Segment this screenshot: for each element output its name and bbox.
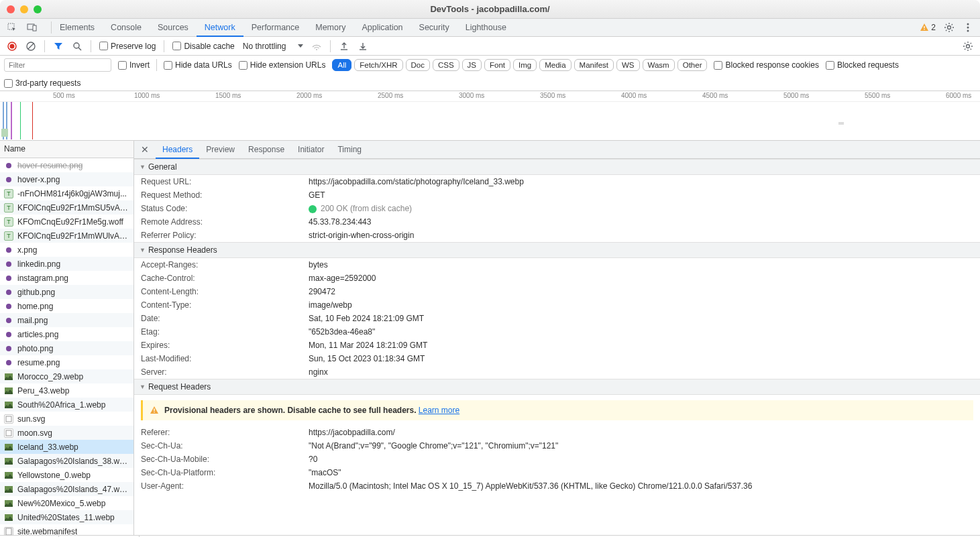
- section-header[interactable]: ▼ Request Headers: [134, 379, 980, 395]
- settings-gear-icon[interactable]: [944, 22, 955, 33]
- request-row[interactable]: TKFOmCnqEu92Fr1Me5g.woff: [0, 215, 133, 229]
- record-button[interactable]: [7, 41, 17, 52]
- filter-type-js[interactable]: JS: [462, 59, 482, 71]
- request-list-panel: Name hover-resume.pnghover-x.pngT-nFnOHM…: [0, 141, 134, 535]
- request-name: photo.png: [17, 344, 53, 353]
- blocked-requests-checkbox[interactable]: Blocked requests: [826, 60, 899, 70]
- request-row[interactable]: Yellowstone_0.webp: [0, 468, 133, 482]
- request-row[interactable]: home.png: [0, 299, 133, 313]
- third-party-checkbox[interactable]: 3rd-party requests: [4, 78, 80, 88]
- close-window-button[interactable]: [7, 5, 15, 13]
- tab-security[interactable]: Security: [411, 19, 457, 37]
- section-header[interactable]: ▼ Response Headers: [134, 242, 980, 258]
- filter-type-other[interactable]: Other: [677, 59, 708, 71]
- request-row[interactable]: Galapagos%20Islands_47.we...: [0, 482, 133, 496]
- throttling-select[interactable]: No throttling: [243, 42, 304, 51]
- timeline-tick: 5000 ms: [783, 92, 812, 99]
- blocked-cookies-checkbox[interactable]: Blocked response cookies: [714, 60, 818, 70]
- request-row[interactable]: resume.png: [0, 355, 133, 369]
- request-name: -nFnOHM81r4j6k0gjAW3muj...: [17, 189, 127, 198]
- request-row[interactable]: New%20Mexico_5.webp: [0, 496, 133, 510]
- close-detail-icon[interactable]: ✕: [138, 144, 152, 155]
- request-row[interactable]: linkedin.png: [0, 257, 133, 271]
- svg-rect-43: [154, 412, 154, 412]
- request-row[interactable]: Morocco_29.webp: [0, 369, 133, 383]
- filter-type-manifest[interactable]: Manifest: [574, 59, 614, 71]
- request-row[interactable]: photo.png: [0, 341, 133, 355]
- filter-type-ws[interactable]: WS: [616, 59, 640, 71]
- name-column-header[interactable]: Name: [0, 141, 133, 158]
- preserve-log-checkbox[interactable]: Preserve log: [99, 42, 156, 51]
- hide-extension-urls-checkbox[interactable]: Hide extension URLs: [239, 60, 326, 70]
- svg-point-13: [74, 43, 79, 48]
- request-row[interactable]: Iceland_33.webp: [0, 440, 133, 454]
- detail-tab-timing[interactable]: Timing: [331, 141, 368, 159]
- request-row[interactable]: hover-resume.png: [0, 158, 133, 172]
- clear-button[interactable]: [25, 41, 36, 52]
- detail-tab-initiator[interactable]: Initiator: [291, 141, 331, 159]
- learn-more-link[interactable]: Learn more: [419, 406, 459, 415]
- request-row[interactable]: United%20States_11.webp: [0, 510, 133, 524]
- filter-type-doc[interactable]: Doc: [406, 59, 430, 71]
- detail-tab-preview[interactable]: Preview: [199, 141, 241, 159]
- request-row[interactable]: Galapagos%20Islands_38.we...: [0, 454, 133, 468]
- header-value: Sat, 10 Feb 2024 18:21:09 GMT: [309, 314, 973, 323]
- request-row[interactable]: T-nFnOHM81r4j6k0gjAW3muj...: [0, 186, 133, 200]
- minimize-window-button[interactable]: [20, 5, 28, 13]
- tab-lighthouse[interactable]: Lighthouse: [457, 19, 514, 37]
- more-menu-icon[interactable]: [963, 22, 973, 33]
- filter-type-fetchxhr[interactable]: Fetch/XHR: [354, 59, 402, 71]
- request-row[interactable]: Peru_43.webp: [0, 383, 133, 398]
- export-har-icon[interactable]: [358, 41, 368, 52]
- request-row[interactable]: sun.svg: [0, 412, 133, 426]
- file-type-icon: [4, 161, 13, 170]
- search-icon[interactable]: [72, 41, 83, 52]
- warnings-count: 2: [931, 23, 936, 32]
- header-value: 290472: [309, 287, 973, 296]
- request-row[interactable]: mail.png: [0, 313, 133, 327]
- device-toolbar-icon[interactable]: [27, 22, 38, 33]
- request-row[interactable]: moon.svg: [0, 426, 133, 440]
- invert-checkbox[interactable]: Invert: [118, 60, 150, 70]
- request-row[interactable]: South%20Africa_1.webp: [0, 398, 133, 412]
- request-row[interactable]: TKFOlCnqEu92Fr1MmSU5vAA...: [0, 200, 133, 215]
- detail-tab-headers[interactable]: Headers: [156, 141, 199, 159]
- request-row[interactable]: github.png: [0, 285, 133, 299]
- file-type-icon: T: [4, 203, 13, 213]
- tab-performance[interactable]: Performance: [243, 19, 308, 37]
- request-name: sun.svg: [17, 414, 45, 424]
- network-conditions-icon[interactable]: [311, 41, 322, 52]
- filter-type-css[interactable]: CSS: [433, 59, 459, 71]
- request-row[interactable]: TKFOlCnqEu92Fr1MmWUlvAA...: [0, 229, 133, 243]
- hide-data-urls-checkbox[interactable]: Hide data URLs: [164, 60, 232, 70]
- tab-network[interactable]: Network: [197, 19, 243, 37]
- timeline-overview[interactable]: 500 ms1000 ms1500 ms2000 ms2500 ms3000 m…: [0, 91, 980, 141]
- network-settings-icon[interactable]: [963, 41, 973, 52]
- request-row[interactable]: site.webmanifest: [0, 524, 133, 535]
- request-row[interactable]: hover-x.png: [0, 172, 133, 186]
- tab-elements[interactable]: Elements: [52, 19, 103, 37]
- maximize-window-button[interactable]: [34, 5, 42, 13]
- section-header[interactable]: ▼ General: [134, 159, 980, 175]
- disable-cache-checkbox[interactable]: Disable cache: [172, 42, 234, 51]
- request-row[interactable]: articles.png: [0, 327, 133, 341]
- filter-type-img[interactable]: Img: [513, 59, 537, 71]
- filter-type-media[interactable]: Media: [539, 59, 571, 71]
- request-row[interactable]: instagram.png: [0, 271, 133, 285]
- request-name: KFOlCnqEu92Fr1MmSU5vAA...: [17, 203, 129, 213]
- inspect-element-icon[interactable]: [7, 22, 17, 33]
- import-har-icon[interactable]: [339, 41, 349, 52]
- filter-type-all[interactable]: All: [332, 59, 351, 71]
- filter-type-font[interactable]: Font: [484, 59, 510, 71]
- file-type-icon: [4, 245, 13, 255]
- request-row[interactable]: x.png: [0, 243, 133, 257]
- tab-memory[interactable]: Memory: [307, 19, 353, 37]
- tab-sources[interactable]: Sources: [150, 19, 197, 37]
- tab-application[interactable]: Application: [353, 19, 411, 37]
- filter-funnel-icon[interactable]: [53, 41, 64, 52]
- filter-input[interactable]: [4, 58, 111, 72]
- warnings-badge[interactable]: 2: [920, 23, 936, 32]
- filter-type-wasm[interactable]: Wasm: [643, 59, 675, 71]
- tab-console[interactable]: Console: [103, 19, 150, 37]
- detail-tab-response[interactable]: Response: [241, 141, 291, 159]
